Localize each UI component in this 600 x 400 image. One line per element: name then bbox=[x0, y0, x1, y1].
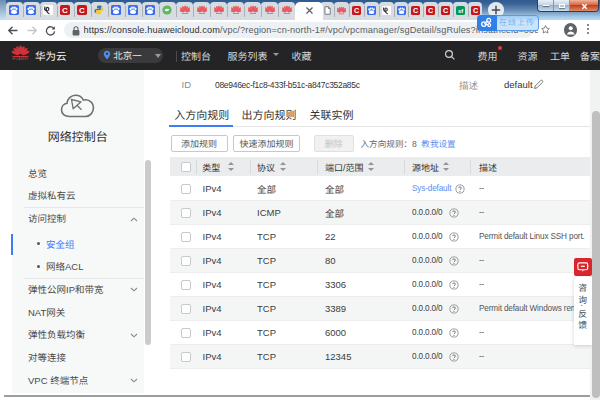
svg-text:C: C bbox=[79, 6, 85, 15]
svg-text:C: C bbox=[354, 6, 359, 15]
svg-text:C: C bbox=[443, 6, 448, 15]
svg-text:HUAWEI: HUAWEI bbox=[12, 57, 28, 60]
svg-text:C: C bbox=[413, 6, 418, 15]
svg-text:C: C bbox=[62, 6, 68, 15]
svg-text:C: C bbox=[428, 6, 433, 15]
svg-text:sf: sf bbox=[458, 7, 463, 13]
svg-text:C: C bbox=[472, 6, 477, 15]
